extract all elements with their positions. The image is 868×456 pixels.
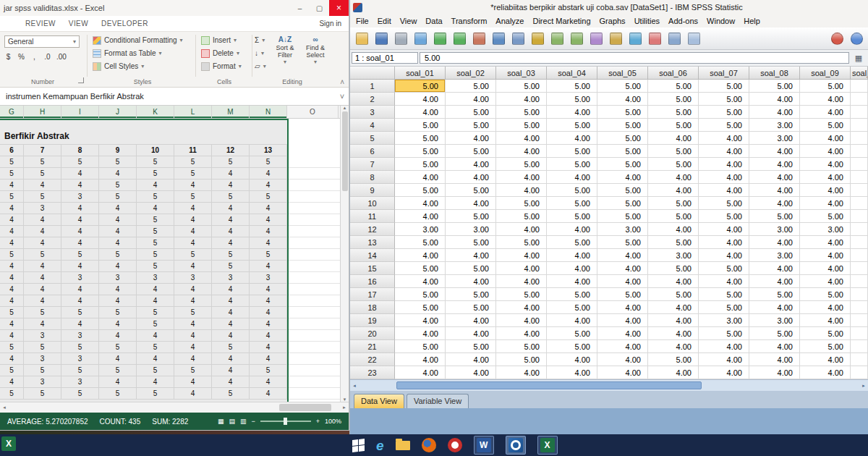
- spss-cell[interactable]: 5.00: [496, 119, 547, 132]
- spss-cell[interactable]: 5.00: [547, 236, 597, 249]
- spss-cell[interactable]: 3.00: [699, 314, 749, 327]
- sort-filter-button[interactable]: A↓Z Sort & Filter ▾: [271, 34, 299, 76]
- excel-cell[interactable]: 4: [250, 342, 287, 353]
- row-header-14[interactable]: 14: [350, 249, 395, 262]
- excel-cell[interactable]: 5: [0, 168, 24, 180]
- excel-cell[interactable]: 3: [24, 353, 61, 365]
- spss-cell[interactable]: 4.00: [597, 340, 648, 353]
- excel-cell[interactable]: 4: [212, 365, 250, 376]
- spss-cell[interactable]: 4.00: [547, 132, 597, 145]
- spss-cell[interactable]: 5.00: [597, 288, 648, 301]
- horizontal-scroll-thumb[interactable]: [279, 404, 331, 411]
- excel-cell[interactable]: 5: [212, 156, 250, 168]
- spss-cell[interactable]: 4.00: [597, 93, 648, 106]
- spss-cell[interactable]: 5.00: [699, 80, 749, 93]
- spss-cell[interactable]: 5.00: [446, 80, 496, 93]
- spss-cell[interactable]: 5.00: [496, 210, 547, 223]
- excel-cell[interactable]: 4: [212, 226, 250, 237]
- spss-cell[interactable]: 5.00: [547, 119, 597, 132]
- spss-cell[interactable]: 4.00: [699, 171, 749, 184]
- spss-cell[interactable]: 4.00: [547, 171, 597, 184]
- excel-cell[interactable]: 5: [99, 249, 137, 261]
- spss-cell[interactable]: 5.00: [648, 262, 699, 275]
- column-header-L[interactable]: L: [174, 106, 212, 118]
- scroll-left-icon[interactable]: ◄: [2, 402, 7, 413]
- spss-cell[interactable]: 4.00: [395, 275, 446, 288]
- spss-cell[interactable]: 4.00: [446, 314, 496, 327]
- row-header-9[interactable]: 9: [350, 184, 395, 197]
- excel-cell[interactable]: 5: [250, 249, 287, 261]
- spss-cell[interactable]: 4.00: [800, 171, 851, 184]
- excel-cell[interactable]: 3: [61, 376, 99, 388]
- excel-cell[interactable]: 4: [212, 376, 250, 388]
- print-icon[interactable]: [392, 30, 409, 47]
- excel-cell[interactable]: 3: [137, 272, 174, 284]
- excel-cell[interactable]: 4: [174, 295, 212, 307]
- excel-cell[interactable]: 5: [250, 365, 287, 376]
- spss-cell[interactable]: 4.00: [597, 301, 648, 314]
- excel-cell[interactable]: 4: [212, 180, 250, 191]
- excel-cell[interactable]: 4: [61, 203, 99, 214]
- spss-cell[interactable]: 5.00: [648, 210, 699, 223]
- spss-cell-clipped[interactable]: [851, 106, 868, 119]
- spss-cell[interactable]: 5.00: [547, 80, 597, 93]
- spss-cell[interactable]: 5.00: [597, 145, 648, 158]
- spss-cell[interactable]: 5.00: [395, 145, 446, 158]
- formula-bar-expand-icon[interactable]: ˅: [336, 92, 349, 101]
- excel-cell[interactable]: 4: [0, 180, 24, 191]
- selected-cell[interactable]: 5.00: [395, 80, 446, 93]
- editing-small-button-1[interactable]: ↓▾: [255, 47, 266, 59]
- excel-cell[interactable]: 4: [250, 284, 287, 295]
- spss-cell[interactable]: 4.00: [749, 184, 800, 197]
- spss-cell[interactable]: 4.00: [800, 93, 851, 106]
- spss-cell[interactable]: 4.00: [648, 275, 699, 288]
- spss-cell[interactable]: 4.00: [800, 366, 851, 379]
- spss-cell[interactable]: 4.00: [395, 353, 446, 366]
- excel-cell[interactable]: 4: [61, 261, 99, 272]
- vertical-scrollbar[interactable]: ▲ ▼: [340, 106, 349, 402]
- spss-titlebar[interactable]: *reliabiitas berpikir abstark uji coba.s…: [350, 0, 868, 14]
- value-labels-icon[interactable]: [646, 30, 663, 47]
- excel-cell[interactable]: 4: [0, 237, 24, 249]
- spss-cell[interactable]: 5.00: [699, 262, 749, 275]
- tab-data-view[interactable]: Data View: [354, 394, 404, 408]
- spss-horizontal-scrollbar[interactable]: ◄ ►: [350, 379, 868, 391]
- excel-cell[interactable]: 4: [212, 307, 250, 318]
- excel-cell[interactable]: 4: [24, 295, 61, 307]
- zoom-in-button[interactable]: +: [316, 418, 320, 425]
- insert-cases-icon[interactable]: [548, 30, 566, 47]
- spss-cell-clipped[interactable]: [851, 132, 868, 145]
- column-header-H[interactable]: H: [24, 106, 61, 118]
- spss-cell[interactable]: 4.00: [597, 171, 648, 184]
- column-header-N[interactable]: N: [250, 106, 287, 118]
- spss-cell[interactable]: 5.00: [648, 93, 699, 106]
- cell-reference-box[interactable]: 1 : soal_01: [352, 52, 418, 64]
- spss-cell-clipped[interactable]: [851, 366, 868, 379]
- spss-cell[interactable]: 5.00: [395, 132, 446, 145]
- excel-restore-button[interactable]: ▢: [310, 0, 329, 16]
- ribbon-button-format[interactable]: Format▾: [201, 60, 242, 72]
- spss-cell-clipped[interactable]: [851, 275, 868, 288]
- variables-icon[interactable]: [509, 30, 527, 47]
- horizontal-scrollbar[interactable]: ◄ ►: [0, 402, 349, 413]
- excel-cell[interactable]: 4: [250, 295, 287, 307]
- spss-cell[interactable]: 4.00: [446, 197, 496, 210]
- excel-cell[interactable]: 4: [0, 318, 24, 330]
- excel-cell[interactable]: 3: [250, 272, 287, 284]
- excel-cell[interactable]: 4: [99, 318, 137, 330]
- spss-cell[interactable]: 4.00: [800, 132, 851, 145]
- excel-cell[interactable]: 4: [137, 295, 174, 307]
- header-cell[interactable]: 11: [174, 145, 212, 156]
- taskbar-word-button[interactable]: W: [474, 436, 494, 455]
- spss-cell[interactable]: 5.00: [699, 93, 749, 106]
- taskbar-spss-button[interactable]: [506, 436, 526, 455]
- excel-cell[interactable]: 4: [250, 353, 287, 365]
- column-header-G[interactable]: G: [0, 106, 24, 118]
- excel-cell[interactable]: 5: [174, 249, 212, 261]
- spss-cell[interactable]: 4.00: [800, 184, 851, 197]
- menu-edit[interactable]: Edit: [373, 17, 396, 25]
- spss-cell[interactable]: 5.00: [395, 288, 446, 301]
- column-header-soal_05[interactable]: soal_05: [597, 67, 648, 80]
- excel-cell[interactable]: 5: [174, 365, 212, 376]
- excel-cell[interactable]: 4: [250, 214, 287, 226]
